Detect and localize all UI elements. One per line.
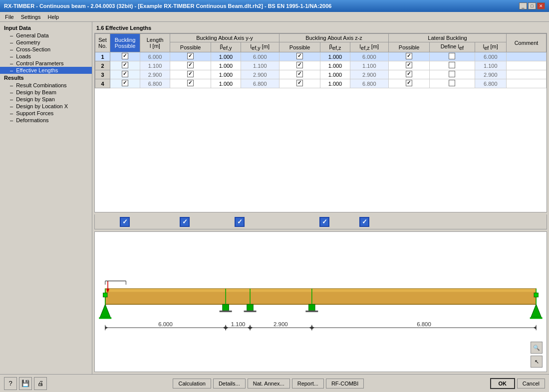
menu-settings[interactable]: Settings: [18, 13, 44, 20]
details-button[interactable]: Details...: [213, 379, 246, 389]
buckling-possible-cell[interactable]: [110, 70, 140, 79]
menu-help[interactable]: Help: [44, 13, 62, 20]
define-ief-cell[interactable]: [430, 52, 475, 61]
checkbox[interactable]: [406, 62, 412, 68]
buckling-possible-cell[interactable]: [110, 52, 140, 61]
checkbox[interactable]: [449, 71, 455, 77]
print-icon-button[interactable]: 🖨: [34, 377, 47, 390]
checkbox[interactable]: [449, 80, 455, 86]
table-row[interactable]: 16.0001.0006.0001.0006.0006.000: [95, 52, 547, 61]
checkbox[interactable]: [187, 62, 194, 68]
comment-cell[interactable]: [507, 52, 547, 61]
possible-z-cell[interactable]: [279, 70, 320, 79]
checkbox[interactable]: [296, 53, 303, 59]
sidebar-item-design-by-span[interactable]: Design by Span: [0, 96, 92, 103]
beam-svg: 6.000 1.100 2.900 6.800: [95, 232, 547, 372]
checkbox[interactable]: [406, 53, 412, 59]
help-icon-button[interactable]: ?: [4, 377, 17, 390]
checkbox[interactable]: [122, 80, 128, 86]
possible-lat-cell[interactable]: [389, 61, 430, 70]
sidebar-item-deformations[interactable]: Deformations: [0, 117, 92, 124]
report-button[interactable]: Report...: [292, 379, 324, 389]
possible-z-header: Possible: [279, 42, 320, 52]
footer-cb-col-h: ✓: [309, 217, 339, 227]
rf-combi-button[interactable]: RF-COMBI: [326, 379, 364, 389]
table-row[interactable]: 32.9001.0002.9001.0002.9002.900: [95, 70, 547, 79]
possible-y-cell[interactable]: [170, 79, 211, 88]
sidebar-item-general-data[interactable]: General Data: [0, 32, 92, 39]
checkbox[interactable]: [122, 71, 128, 77]
checkbox[interactable]: [187, 80, 194, 86]
cursor-icon-button[interactable]: ↖: [531, 356, 543, 368]
footer-check-h[interactable]: ✓: [319, 217, 329, 227]
possible-lat-header: Possible: [389, 42, 430, 52]
menu-bar: File Settings Help: [0, 12, 549, 22]
zoom-icon-button[interactable]: 🔍: [531, 342, 543, 354]
checkbox[interactable]: [449, 62, 455, 68]
beta-ef-z-cell: 1.000: [320, 52, 350, 61]
beta-ef-z-cell: 1.000: [320, 70, 350, 79]
ok-button[interactable]: OK: [490, 378, 515, 389]
calculation-button[interactable]: Calculation: [173, 379, 211, 389]
possible-lat-cell[interactable]: [389, 70, 430, 79]
svg-rect-12: [223, 304, 229, 310]
checkbox[interactable]: [296, 80, 303, 86]
close-button[interactable]: ✕: [537, 2, 545, 9]
checkbox[interactable]: [406, 71, 412, 77]
checkbox[interactable]: [122, 62, 128, 68]
length-cell: 6.800: [140, 79, 170, 88]
footer-check-e[interactable]: ✓: [235, 217, 245, 227]
define-ief-cell[interactable]: [430, 70, 475, 79]
menu-file[interactable]: File: [2, 13, 17, 20]
table-row[interactable]: 46.8001.0006.8001.0006.8006.800: [95, 79, 547, 88]
checkbox[interactable]: [187, 71, 194, 77]
possible-y-cell[interactable]: [170, 52, 211, 61]
lef-z-header: lef,z [m]: [350, 42, 388, 52]
maximize-button[interactable]: □: [528, 2, 536, 9]
checkbox[interactable]: [296, 71, 303, 77]
svg-rect-13: [220, 311, 232, 312]
sidebar-item-design-by-location-x[interactable]: Design by Location X: [0, 103, 92, 110]
sidebar-item-geometry[interactable]: Geometry: [0, 39, 92, 46]
checkbox[interactable]: [187, 53, 194, 59]
sidebar-item-cross-section[interactable]: Cross-Section: [0, 46, 92, 53]
comment-cell[interactable]: [507, 70, 547, 79]
footer-check-a[interactable]: ✓: [120, 217, 130, 227]
sidebar-item-result-combinations[interactable]: Result Combinations: [0, 82, 92, 89]
possible-lat-cell[interactable]: [389, 52, 430, 61]
sidebar: Input Data General Data Geometry Cross-S…: [0, 22, 92, 374]
possible-z-cell[interactable]: [279, 61, 320, 70]
svg-rect-2: [105, 289, 536, 292]
footer-check-i[interactable]: ✓: [359, 217, 369, 227]
cancel-button[interactable]: Cancel: [517, 379, 545, 389]
lef-lat-cell: 2.900: [475, 70, 506, 79]
define-ief-cell[interactable]: [430, 79, 475, 88]
length-cell: 6.000: [140, 52, 170, 61]
save-icon-button[interactable]: 💾: [19, 377, 32, 390]
possible-y-cell[interactable]: [170, 70, 211, 79]
possible-z-cell[interactable]: [279, 79, 320, 88]
sidebar-item-loads[interactable]: Loads: [0, 53, 92, 60]
table-row[interactable]: 21.1001.0001.1001.0001.1001.100: [95, 61, 547, 70]
sidebar-item-design-by-beam[interactable]: Design by Beam: [0, 89, 92, 96]
possible-z-cell[interactable]: [279, 52, 320, 61]
length-header: Lengthl [m]: [140, 34, 170, 52]
define-ief-cell[interactable]: [430, 61, 475, 70]
checkbox[interactable]: [406, 80, 412, 86]
checkbox[interactable]: [449, 53, 455, 59]
checkbox[interactable]: [122, 53, 128, 59]
sidebar-item-effective-lengths[interactable]: Effective Lengths: [0, 67, 92, 74]
nat-annex-button[interactable]: Nat. Annex...: [248, 379, 290, 389]
buckling-possible-cell[interactable]: [110, 61, 140, 70]
content-area: 1.6 Effective Lengths SetNo. BucklingPos…: [92, 22, 549, 374]
checkbox[interactable]: [296, 62, 303, 68]
possible-y-cell[interactable]: [170, 61, 211, 70]
footer-check-c[interactable]: ✓: [180, 217, 190, 227]
sidebar-item-support-forces[interactable]: Support Forces: [0, 110, 92, 117]
buckling-possible-cell[interactable]: [110, 79, 140, 88]
comment-cell[interactable]: [507, 79, 547, 88]
comment-cell[interactable]: [507, 61, 547, 70]
possible-lat-cell[interactable]: [389, 79, 430, 88]
sidebar-item-control-parameters[interactable]: Control Parameters: [0, 60, 92, 67]
minimize-button[interactable]: _: [519, 2, 527, 9]
